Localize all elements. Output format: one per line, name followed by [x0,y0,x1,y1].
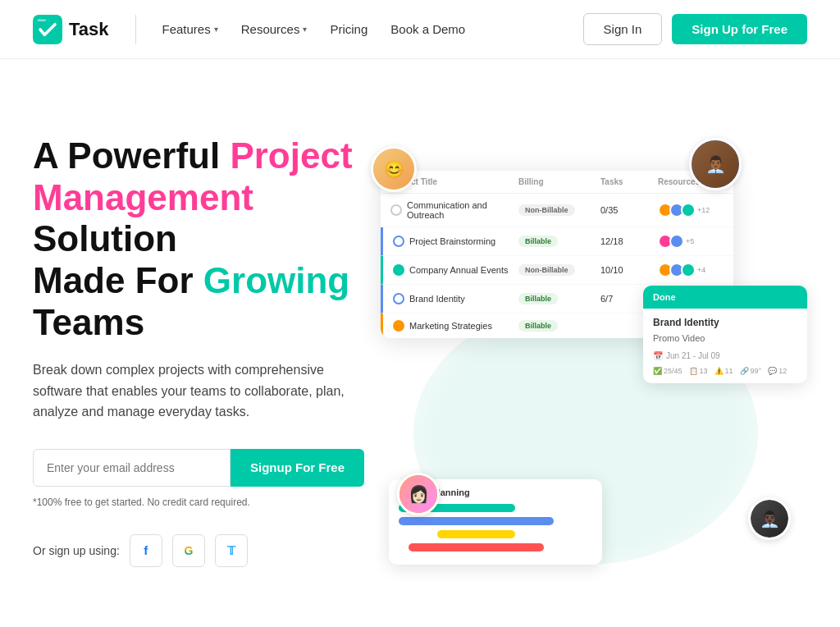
twitter-icon: 𝕋 [227,544,235,557]
row-avatars: +5 [658,234,724,249]
email-input[interactable] [33,449,231,487]
hero-note: *100% free to get started. No credit car… [33,497,364,508]
row-tasks: 12/18 [600,236,658,246]
nav-links: Features ▾ Resources ▾ Pricing Book a De… [162,22,466,36]
row-billing: Billable [518,236,600,247]
done-card: Done Brand Identity Promo Video 📅 Jun 21… [643,286,807,383]
done-header: Done [643,286,807,309]
avatar-count: +12 [697,206,710,214]
google-button[interactable]: G [172,534,205,567]
hero-title: A Powerful Project Management Solution M… [33,135,364,343]
stat-tasks: ✅ 25/45 [653,367,682,375]
row-tasks: 0/35 [600,205,658,215]
hero-title-highlight-project: Project [230,135,352,176]
row-icon [390,204,402,216]
avatar-count: +5 [686,237,694,245]
table-row: Company Annual Events Non-Billable 10/10… [381,256,733,285]
row-title: Marketing Strategies [393,320,518,332]
done-title: Brand Identity [653,317,797,328]
avatar-count: +4 [697,266,705,274]
row-billing: Non-Billable [518,204,600,216]
row-billing: Billable [518,293,600,304]
done-subtitle: Promo Video [653,333,797,343]
svg-rect-0 [33,15,62,44]
hero-description: Break down complex projects with compreh… [33,359,364,423]
gantt-bar-row-3 [399,530,592,538]
logo[interactable]: Task [33,15,109,44]
logo-text: Task [69,19,109,40]
gantt-bar-yellow [437,530,514,538]
row-title: Communication and Outreach [390,200,518,220]
row-billing: Non-Billable [518,264,600,276]
nav-left: Task Features ▾ Resources ▾ Pricing Book… [33,15,465,44]
svg-rect-1 [37,19,46,21]
row-project-name: Company Annual Events [409,265,508,275]
avatar-4: 👨🏿‍💼 [748,497,791,540]
chevron-down-icon: ▾ [303,25,307,34]
nav-pricing[interactable]: Pricing [330,22,368,36]
row-icon [393,236,404,247]
row-title: Company Annual Events [393,264,518,276]
col-tasks: Tasks [600,177,658,186]
gantt-bar-row-4 [399,543,592,551]
row-project-name: Marketing Strategies [409,321,492,331]
nav-right: Sign In Sign Up for Free [583,13,807,45]
calendar-icon: 📅 [653,351,663,360]
facebook-button[interactable]: f [130,534,162,567]
row-title: Project Brainstorming [393,236,518,247]
row-avatars: +4 [658,263,724,277]
cta-button[interactable]: Signup For Free [231,449,364,487]
logo-divider [135,15,136,44]
stat-count1: 📋 13 [689,367,708,375]
gantt-bar-blue [399,517,554,525]
table-header: Project Title Billing Tasks Resources [381,171,733,194]
done-date: 📅 Jun 21 - Jul 09 [653,351,797,360]
nav-features[interactable]: Features ▾ [162,22,218,36]
hero-section: A Powerful Project Management Solution M… [0,59,840,627]
email-row: Signup For Free [33,449,364,487]
hero-left: A Powerful Project Management Solution M… [33,135,364,567]
row-project-name: Communication and Outreach [407,200,518,220]
row-avatars: +12 [658,203,724,217]
avatar-3: 👩🏻 [397,473,440,515]
table-row: Project Brainstorming Billable 12/18 +5 [381,227,733,256]
table-row: Communication and Outreach Non-Billable … [381,194,733,227]
row-title: Brand Identity [393,293,518,304]
stat-count4: 💬 12 [768,367,787,375]
hero-title-management: Management [33,177,253,217]
done-stats: ✅ 25/45 📋 13 ⚠️ 11 🔗 99° 💬 12 [653,367,797,375]
row-icon [393,264,404,276]
signup-button[interactable]: Sign Up for Free [672,14,807,44]
hero-right: 😊 👨🏾‍💼 👩🏻 👨🏿‍💼 Project Title Billing Tas… [364,138,807,565]
nav-demo[interactable]: Book a Demo [390,22,465,36]
avatar-1: 😊 [371,146,417,192]
avatar [681,203,696,217]
avatar [681,263,696,277]
row-tasks: 10/10 [600,265,658,275]
avatar-2: 👨🏾‍💼 [689,138,742,190]
row-billing: Billable [518,320,600,332]
google-icon: G [184,544,193,557]
row-icon [393,293,404,304]
signin-button[interactable]: Sign In [583,13,663,45]
row-project-name: Brand Identity [409,294,465,304]
stat-count2: ⚠️ 11 [714,367,733,375]
gantt-bar-red [409,543,544,551]
twitter-button[interactable]: 𝕋 [215,534,248,567]
row-icon [393,320,404,332]
done-body: Brand Identity Promo Video 📅 Jun 21 - Ju… [643,309,807,383]
navbar: Task Features ▾ Resources ▾ Pricing Book… [0,0,840,59]
row-project-name: Project Brainstorming [409,236,495,246]
social-row: Or sign up using: f G 𝕋 [33,534,364,567]
gantt-bar-row-2 [399,517,592,525]
col-billing: Billing [518,177,600,186]
chevron-down-icon: ▾ [214,25,218,34]
stat-count3: 🔗 99° [740,367,762,375]
social-label: Or sign up using: [33,544,120,557]
facebook-icon: f [144,543,148,557]
nav-resources[interactable]: Resources ▾ [241,22,308,36]
avatar [669,234,684,249]
hero-title-growing: Growing [203,260,349,300]
